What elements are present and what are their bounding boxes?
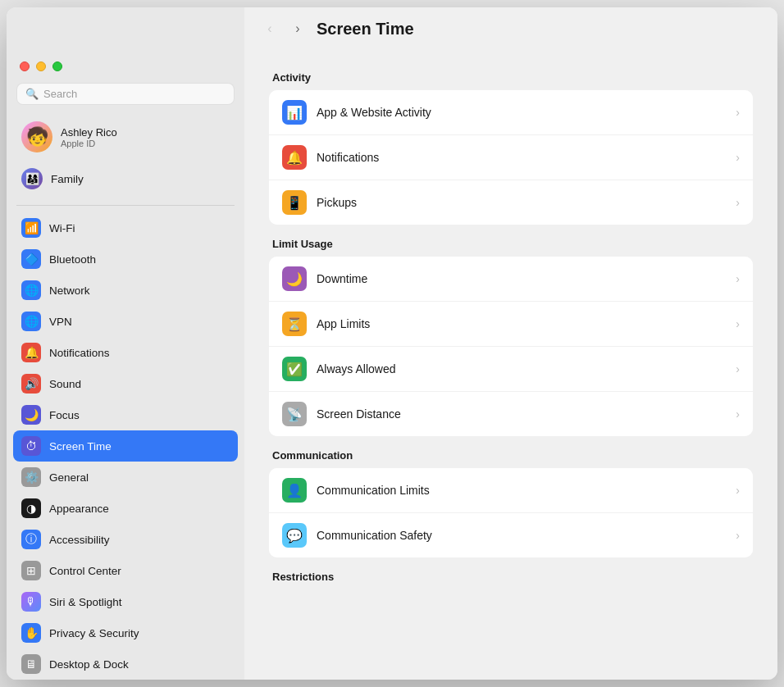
app-limits-icon: ⏳	[282, 312, 307, 336]
sidebar-item-label-focus: Focus	[49, 409, 80, 421]
back-button[interactable]: ‹	[261, 20, 279, 38]
controlcenter-icon: ⊞	[21, 561, 41, 580]
row-label-always-allowed: Always Allowed	[317, 362, 726, 375]
sidebar-item-label-sound: Sound	[49, 378, 81, 390]
sidebar-item-vpn[interactable]: 🌐VPN	[13, 306, 238, 337]
list-group-communication: 👤Communication Limits›💬Communication Saf…	[269, 468, 753, 557]
close-button[interactable]	[20, 61, 30, 71]
chevron-pickups: ›	[736, 196, 740, 209]
sidebar-item-accessibility[interactable]: ⓘAccessibility	[13, 524, 238, 555]
general-icon: ⚙️	[21, 467, 41, 487]
chevron-app-website-activity: ›	[736, 106, 740, 119]
sidebar-item-desktop[interactable]: 🖥Desktop & Dock	[13, 648, 238, 680]
row-label-communication-limits: Communication Limits	[317, 484, 726, 497]
row-label-app-website-activity: App & Website Activity	[317, 106, 726, 119]
list-group-limit-usage: 🌙Downtime›⏳App Limits›✅Always Allowed›📡S…	[269, 257, 753, 436]
screentime-icon: ⏱	[21, 436, 41, 456]
chevron-communication-safety: ›	[736, 529, 740, 542]
siri-icon: 🎙	[21, 592, 41, 612]
sidebar-item-label-bluetooth: Bluetooth	[49, 253, 96, 266]
sidebar-item-sound[interactable]: 🔊Sound	[13, 368, 238, 399]
sidebar-item-focus[interactable]: 🌙Focus	[13, 399, 238, 430]
communication-limits-icon: 👤	[282, 478, 307, 503]
sidebar: 🔍 🧒 Ashley Rico Apple ID 👨‍👩‍👧 Family 📶W…	[7, 7, 244, 680]
family-label: Family	[51, 173, 84, 185]
user-name: Ashley Rico	[61, 126, 117, 139]
sound-icon: 🔊	[21, 374, 41, 394]
list-row-app-limits[interactable]: ⏳App Limits›	[269, 302, 753, 347]
focus-icon: 🌙	[21, 405, 41, 425]
row-label-downtime: Downtime	[317, 272, 726, 285]
sidebar-item-appearance[interactable]: ◑Appearance	[13, 493, 238, 524]
section-header-activity: Activity	[272, 71, 753, 84]
sidebar-item-label-privacy: Privacy & Security	[49, 627, 139, 639]
sidebar-item-label-network: Network	[49, 284, 90, 297]
row-label-pickups: Pickups	[317, 196, 726, 209]
communication-safety-icon: 💬	[282, 523, 307, 548]
sidebar-nav: 📶Wi-Fi🔷Bluetooth🌐Network🌐VPN🔔Notificatio…	[7, 212, 244, 680]
sidebar-item-privacy[interactable]: ✋Privacy & Security	[13, 617, 238, 648]
list-row-app-website-activity[interactable]: 📊App & Website Activity›	[269, 90, 753, 135]
screen-distance-icon: 📡	[282, 402, 307, 426]
search-input[interactable]	[43, 88, 226, 100]
sidebar-item-bluetooth[interactable]: 🔷Bluetooth	[13, 243, 238, 275]
row-label-notifications: Notifications	[317, 151, 726, 164]
row-label-communication-safety: Communication Safety	[317, 529, 726, 542]
list-row-downtime[interactable]: 🌙Downtime›	[269, 257, 753, 302]
main-titlebar: ‹ › Screen Time	[244, 7, 777, 50]
section-header-communication: Communication	[272, 449, 753, 462]
chevron-always-allowed: ›	[736, 362, 740, 375]
sidebar-item-label-desktop: Desktop & Dock	[49, 658, 129, 671]
chevron-communication-limits: ›	[736, 484, 740, 497]
sidebar-item-notifications[interactable]: 🔔Notifications	[13, 337, 238, 368]
family-avatar: 👨‍👩‍👧	[21, 168, 43, 189]
downtime-icon: 🌙	[282, 266, 307, 291]
sidebar-item-network[interactable]: 🌐Network	[13, 275, 238, 306]
sidebar-item-wifi[interactable]: 📶Wi-Fi	[13, 212, 238, 243]
section-header-restrictions: Restrictions	[272, 571, 753, 583]
pickups-icon: 📱	[282, 190, 307, 215]
sidebar-item-general[interactable]: ⚙️General	[13, 462, 238, 493]
sidebar-item-controlcenter[interactable]: ⊞Control Center	[13, 555, 238, 586]
sidebar-item-label-accessibility: Accessibility	[49, 534, 110, 546]
user-profile[interactable]: 🧒 Ashley Rico Apple ID	[13, 115, 238, 159]
sidebar-item-family[interactable]: 👨‍👩‍👧 Family	[13, 162, 238, 195]
network-icon: 🌐	[21, 280, 41, 300]
row-label-app-limits: App Limits	[317, 317, 726, 330]
row-label-screen-distance: Screen Distance	[317, 407, 726, 421]
sidebar-item-label-notifications: Notifications	[49, 347, 110, 359]
section-header-limit-usage: Limit Usage	[272, 238, 753, 250]
list-row-communication-safety[interactable]: 💬Communication Safety›	[269, 513, 753, 557]
chevron-screen-distance: ›	[736, 407, 740, 421]
notifications-icon: 🔔	[282, 145, 307, 170]
vpn-icon: 🌐	[21, 312, 41, 331]
forward-button[interactable]: ›	[289, 20, 307, 38]
search-icon: 🔍	[25, 88, 39, 100]
sidebar-item-siri[interactable]: 🎙Siri & Spotlight	[13, 586, 238, 617]
privacy-icon: ✋	[21, 623, 41, 643]
list-row-communication-limits[interactable]: 👤Communication Limits›	[269, 468, 753, 513]
sidebar-item-label-vpn: VPN	[49, 316, 72, 328]
wifi-icon: 📶	[21, 218, 41, 238]
chevron-downtime: ›	[736, 272, 740, 285]
main-window: 🔍 🧒 Ashley Rico Apple ID 👨‍👩‍👧 Family 📶W…	[7, 7, 777, 680]
chevron-notifications: ›	[736, 151, 740, 164]
user-subtitle: Apple ID	[61, 139, 117, 148]
notifications-icon: 🔔	[21, 343, 41, 362]
minimize-button[interactable]	[36, 61, 46, 71]
main-content: ‹ › Screen Time Activity📊App & Website A…	[244, 7, 777, 680]
list-row-screen-distance[interactable]: 📡Screen Distance›	[269, 392, 753, 436]
content-area: Activity📊App & Website Activity›🔔Notific…	[244, 50, 777, 680]
list-row-notifications[interactable]: 🔔Notifications›	[269, 135, 753, 180]
maximize-button[interactable]	[52, 61, 62, 71]
sidebar-item-label-appearance: Appearance	[49, 503, 109, 515]
search-bar[interactable]: 🔍	[16, 83, 235, 105]
page-title: Screen Time	[317, 20, 414, 39]
sidebar-item-screentime[interactable]: ⏱Screen Time	[13, 430, 238, 462]
desktop-icon: 🖥	[21, 654, 41, 674]
sidebar-item-label-screentime: Screen Time	[49, 440, 112, 453]
sidebar-item-label-general: General	[49, 471, 89, 484]
list-row-always-allowed[interactable]: ✅Always Allowed›	[269, 347, 753, 392]
app-website-activity-icon: 📊	[282, 100, 307, 125]
list-row-pickups[interactable]: 📱Pickups›	[269, 180, 753, 225]
